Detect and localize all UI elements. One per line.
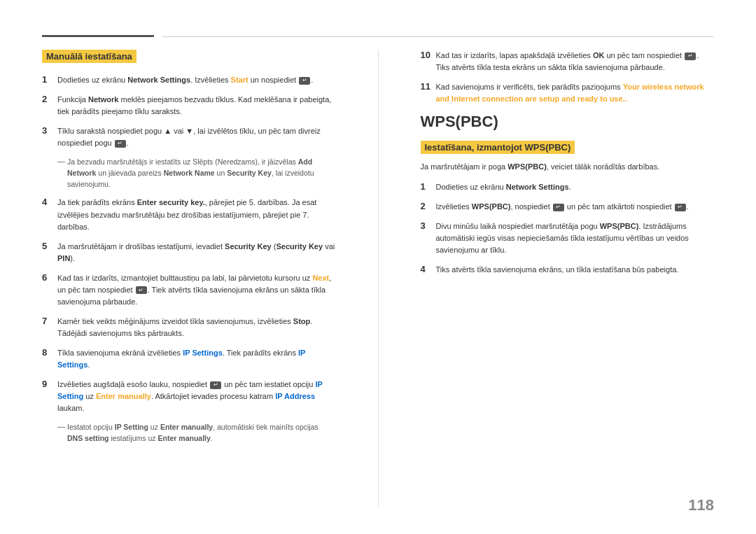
step-8-text: Tīkla savienojuma ekrānā izvēlieties IP … [57,347,336,371]
note-9-dash: — [57,422,67,430]
wps-subsection-title: Iestatīšana, izmantojot WPS(PBC) [421,141,575,154]
step-6-number: 6 [42,272,57,283]
step-5: 5 Ja maršrutētājam ir drošības iestatīju… [42,241,336,265]
step-7-text: Kamēr tiek veikts mēģinājums izveidot tī… [57,316,336,339]
step-8: 8 Tīkla savienojuma ekrānā izvēlieties I… [42,347,336,371]
page-number: 118 [688,496,714,514]
step-1-number: 1 [42,74,57,85]
wps-step-1-number: 1 [421,181,436,192]
left-column: Manuālā iestatīšana 1 Dodieties uz ekrān… [42,50,350,506]
step-2-number: 2 [42,94,57,104]
manual-setup-title: Manuālā iestatīšana [42,50,136,63]
step-9-text: Izvēlieties augšdaļā esošo lauku, nospie… [57,379,336,414]
step-6-text: Kad tas ir izdarīts, izmantojiet bulttau… [57,272,336,308]
step-10-text: Kad tas ir izdarīts, lapas apakšdaļā izv… [436,50,715,73]
top-decorative-line [42,35,714,37]
step-5-number: 5 [42,241,57,251]
column-divider [378,50,379,506]
step-2-text: Funkcija Network meklēs pieejamos bezvad… [57,94,336,118]
step-10: 10 Kad tas ir izdarīts, lapas apakšdaļā … [421,50,715,73]
wps-step-1-text: Dodieties uz ekrānu Network Settings. [436,181,715,193]
wps-step-2-number: 2 [421,201,436,211]
wps-step-4-text: Tiks atvērts tīkla savienojuma ekrāns, u… [436,264,715,276]
step-10-number: 10 [421,50,436,60]
wps-step-2: 2 Izvēlieties WPS(PBC), nospiediet un pē… [421,201,715,213]
step-7-number: 7 [42,316,57,326]
wps-step-3-text: Divu minūšu laikā nospiediet maršrutētāj… [436,220,715,256]
wps-step-3: 3 Divu minūšu laikā nospiediet maršrutēt… [421,220,715,256]
wps-intro: Ja maršrutētājam ir poga WPS(PBC), veici… [421,161,715,173]
step-3-number: 3 [42,125,57,136]
wps-title: WPS(PBC) [421,113,715,131]
step-11-text: Kad savienojums ir verificēts, tiek parā… [436,81,715,105]
wps-step-3-number: 3 [421,220,436,231]
step-4-number: 4 [42,197,57,207]
step-3-note: — Ja bezvadu maršrutētājs ir iestatīts u… [57,157,336,190]
step-1: 1 Dodieties uz ekrānu Network Settings. … [42,74,336,86]
top-line-right [162,36,714,37]
note-3-dash: — [57,157,67,165]
step-8-number: 8 [42,347,57,358]
top-line-left [42,35,154,37]
step-2: 2 Funkcija Network meklēs pieejamos bezv… [42,94,336,118]
note-9-text: Iestatot opciju IP Setting uz Enter manu… [67,422,336,444]
wps-step-2-text: Izvēlieties WPS(PBC), nospiediet un pēc … [436,201,715,213]
wps-step-4: 4 Tiks atvērts tīkla savienojuma ekrāns,… [421,264,715,276]
step-11: 11 Kad savienojums ir verificēts, tiek p… [421,81,715,105]
note-3-text: Ja bezvadu maršrutētājs ir iestatīts uz … [67,157,336,190]
right-column: 10 Kad tas ir izdarīts, lapas apakšdaļā … [407,50,715,506]
step-4: 4 Ja tiek parādīts ekrāns Enter security… [42,197,336,232]
wps-step-1: 1 Dodieties uz ekrānu Network Settings. [421,181,715,193]
step-7: 7 Kamēr tiek veikts mēģinājums izveidot … [42,316,336,339]
step-9-number: 9 [42,379,57,389]
content-area: Manuālā iestatīšana 1 Dodieties uz ekrān… [42,50,714,506]
step-6: 6 Kad tas ir izdarīts, izmantojiet bultt… [42,272,336,308]
step-4-text: Ja tiek parādīts ekrāns Enter security k… [57,197,336,232]
step-1-text: Dodieties uz ekrānu Network Settings. Iz… [57,74,336,86]
page: Manuālā iestatīšana 1 Dodieties uz ekrān… [0,0,756,534]
step-5-text: Ja maršrutētājam ir drošības iestatījumi… [57,241,336,265]
step-9: 9 Izvēlieties augšdaļā esošo lauku, nosp… [42,379,336,414]
step-3-text: Tīklu sarakstā nospiediet pogu ▲ vai ▼, … [57,125,336,149]
wps-step-4-number: 4 [421,264,436,274]
step-3: 3 Tīklu sarakstā nospiediet pogu ▲ vai ▼… [42,125,336,149]
step-9-note: — Iestatot opciju IP Setting uz Enter ma… [57,422,336,444]
step-11-number: 11 [421,81,436,92]
